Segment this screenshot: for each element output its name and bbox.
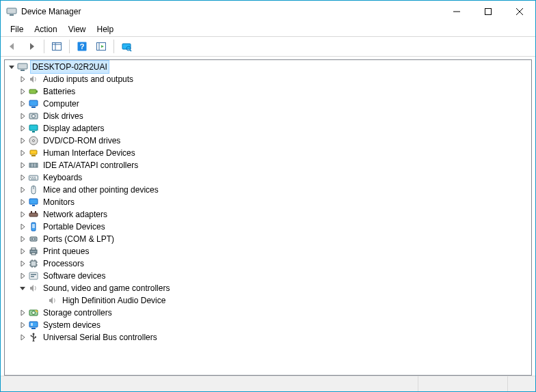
- expand-glyph-icon[interactable]: [17, 160, 28, 171]
- tree-node-label: DVD/CD-ROM drives: [42, 135, 122, 147]
- disk-icon: [28, 111, 39, 122]
- svg-rect-35: [30, 177, 31, 178]
- hid-icon: [28, 148, 39, 158]
- expand-glyph-icon[interactable]: [17, 172, 28, 183]
- close-button[interactable]: [504, 1, 535, 23]
- svg-rect-64: [31, 274, 36, 275]
- svg-rect-48: [30, 237, 37, 241]
- keyboard-icon: [28, 172, 39, 183]
- tree-node-cat-0[interactable]: Audio inputs and outputs: [5, 73, 531, 85]
- tree-node-label: Sound, video and game controllers: [42, 282, 171, 294]
- svg-rect-74: [35, 337, 36, 338]
- svg-rect-21: [31, 107, 36, 108]
- monitor-icon: [28, 197, 39, 208]
- menu-view[interactable]: View: [63, 24, 92, 35]
- menubar: File Action View Help: [1, 23, 535, 36]
- expand-glyph-icon[interactable]: [17, 148, 28, 158]
- expand-glyph-icon[interactable]: [17, 184, 28, 195]
- expand-glyph-icon[interactable]: [17, 332, 28, 343]
- expand-glyph-icon[interactable]: [17, 123, 28, 134]
- tree-node-cat-4[interactable]: Display adapters: [5, 122, 531, 135]
- tree-node-cat-9[interactable]: Mice and other pointing devices: [5, 184, 531, 196]
- svg-point-72: [33, 333, 35, 335]
- scan-hardware-button[interactable]: [118, 38, 135, 55]
- tree-node-label: High Definition Audio Device: [61, 294, 167, 307]
- tree-node-cat-3[interactable]: Disk drives: [5, 110, 531, 122]
- tree-node-cat-18[interactable]: Storage controllers: [5, 307, 531, 319]
- expand-glyph-icon[interactable]: [17, 135, 28, 146]
- tree-node-cat-16[interactable]: Software devices: [5, 270, 531, 282]
- collapse-glyph-icon[interactable]: [6, 61, 17, 72]
- svg-rect-20: [29, 100, 38, 106]
- expand-glyph-icon[interactable]: [17, 246, 28, 257]
- expand-glyph-icon[interactable]: [17, 86, 28, 97]
- expand-glyph-icon[interactable]: [17, 209, 28, 220]
- expand-glyph-icon[interactable]: [17, 221, 28, 232]
- svg-rect-0: [7, 8, 16, 14]
- svg-text:?: ?: [80, 42, 85, 51]
- tree-node-cat-13[interactable]: Ports (COM & LPT): [5, 233, 531, 245]
- help-button[interactable]: ?: [73, 38, 91, 55]
- tree-node-label: Print queues: [42, 245, 90, 257]
- tree-node-cat-6[interactable]: Human Interface Devices: [5, 147, 531, 159]
- tree-node-cat-2[interactable]: Computer: [5, 98, 531, 110]
- device-tree: DESKTOP-02R2UAIAudio inputs and outputsB…: [5, 60, 531, 346]
- tree-node-cat-17-child-0[interactable]: High Definition Audio Device: [5, 294, 531, 307]
- tree-node-label: Network adapters: [42, 208, 109, 221]
- expand-glyph-icon[interactable]: [17, 197, 28, 208]
- expand-glyph-icon[interactable]: [17, 234, 28, 244]
- battery-icon: [28, 86, 39, 97]
- speaker-icon: [47, 295, 58, 306]
- menu-file[interactable]: File: [5, 24, 29, 35]
- collapse-glyph-icon[interactable]: [17, 283, 28, 294]
- tree-node-label: Batteries: [42, 85, 77, 98]
- svg-rect-68: [29, 322, 38, 327]
- expand-glyph-icon[interactable]: [17, 98, 28, 109]
- svg-rect-65: [31, 276, 34, 277]
- tree-node-label: Monitors: [42, 196, 76, 208]
- svg-rect-52: [31, 248, 36, 250]
- tree-node-cat-12[interactable]: Portable Devices: [5, 221, 531, 233]
- tree-node-cat-20[interactable]: Universal Serial Bus controllers: [5, 331, 531, 344]
- menu-action[interactable]: Action: [29, 24, 62, 35]
- back-button[interactable]: [3, 38, 21, 55]
- show-hide-console-tree-button[interactable]: [48, 38, 66, 55]
- forward-button[interactable]: [23, 38, 40, 55]
- expand-glyph-icon[interactable]: [17, 320, 28, 331]
- toolbar-separator: [69, 40, 70, 53]
- svg-rect-18: [29, 89, 36, 94]
- tree-node-cat-10[interactable]: Monitors: [5, 196, 531, 208]
- tree-node-cat-1[interactable]: Batteries: [5, 85, 531, 98]
- printer-icon: [28, 246, 39, 257]
- device-tree-pane[interactable]: DESKTOP-02R2UAIAudio inputs and outputsB…: [4, 59, 532, 376]
- svg-point-27: [33, 140, 35, 142]
- tree-node-cat-17[interactable]: Sound, video and game controllers: [5, 282, 531, 294]
- maximize-button[interactable]: [472, 1, 504, 23]
- svg-rect-54: [31, 261, 36, 266]
- speaker-icon: [28, 283, 39, 294]
- svg-point-23: [32, 115, 36, 118]
- expand-glyph-icon[interactable]: [17, 111, 28, 122]
- svg-rect-19: [36, 91, 38, 93]
- tree-node-cat-15[interactable]: Processors: [5, 257, 531, 270]
- tree-node-cat-14[interactable]: Print queues: [5, 245, 531, 257]
- svg-rect-37: [34, 177, 36, 178]
- system-icon: [28, 320, 39, 331]
- tree-node-label: Audio inputs and outputs: [42, 73, 135, 85]
- tree-node-cat-7[interactable]: IDE ATA/ATAPI controllers: [5, 159, 531, 171]
- tree-node-root[interactable]: DESKTOP-02R2UAI: [5, 61, 531, 73]
- expand-glyph-icon[interactable]: [17, 258, 28, 269]
- tree-node-cat-19[interactable]: System devices: [5, 319, 531, 331]
- svg-rect-38: [31, 179, 36, 180]
- minimize-button[interactable]: [441, 1, 472, 23]
- menu-help[interactable]: Help: [92, 24, 120, 35]
- expand-glyph-icon[interactable]: [17, 307, 28, 318]
- tree-node-cat-11[interactable]: Network adapters: [5, 208, 531, 221]
- expand-glyph-icon[interactable]: [17, 270, 28, 281]
- expand-glyph-icon[interactable]: [17, 74, 28, 85]
- tree-node-cat-5[interactable]: DVD/CD-ROM drives: [5, 135, 531, 147]
- tree-node-label: Software devices: [42, 270, 107, 282]
- tree-node-cat-8[interactable]: Keyboards: [5, 171, 531, 184]
- svg-point-49: [31, 238, 33, 240]
- properties-button[interactable]: [92, 38, 110, 55]
